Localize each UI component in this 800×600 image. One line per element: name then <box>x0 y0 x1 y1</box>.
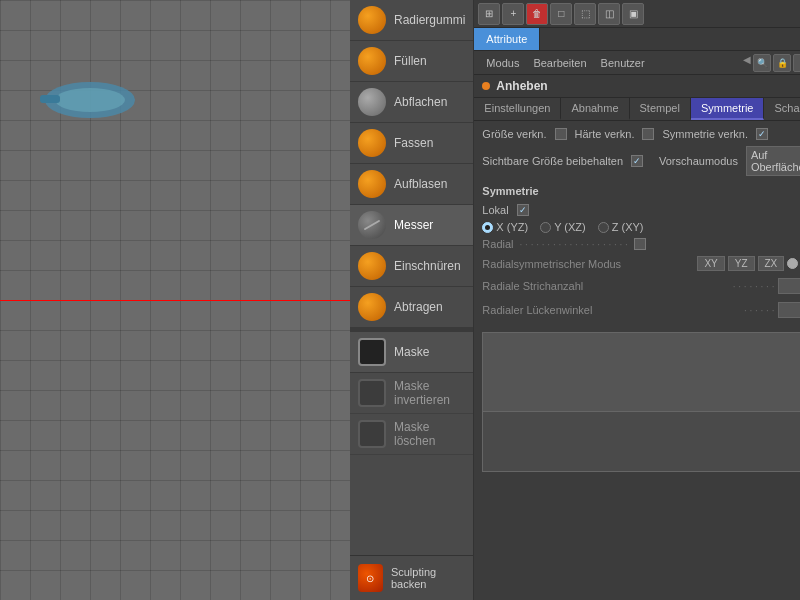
toolbar-btn-1[interactable]: ⊞ <box>478 3 500 25</box>
right-panel: Radiergummi Füllen Abflachen Fassen Aufb… <box>350 0 800 600</box>
radio-yxz-btn[interactable] <box>540 222 551 233</box>
radial-check[interactable] <box>634 238 646 250</box>
viewport-redline <box>0 300 350 301</box>
groesse-verkn-check[interactable] <box>555 128 567 140</box>
tab-abnahme[interactable]: Abnahme <box>561 98 629 120</box>
tool-sidebar: Radiergummi Füllen Abflachen Fassen Aufb… <box>350 0 474 600</box>
rm-dot: Punkt <box>787 258 800 270</box>
toolbar-btn-2[interactable]: + <box>502 3 524 25</box>
row-strichanzahl: Radiale Strichanzahl · · · · · · · · 2 ▲ <box>482 276 800 296</box>
tool-icon-radiergummi <box>358 6 386 34</box>
tab-symmetrie[interactable]: Symmetrie <box>691 98 765 120</box>
tool-icon-abflachen <box>358 88 386 116</box>
sub-menu-benutzer[interactable]: Benutzer <box>595 55 651 71</box>
row-verkn: Größe verkn. Härte verkn. Symmetrie verk… <box>482 127 800 141</box>
row-axes: X (YZ) Y (XZ) Z (XY) <box>482 221 800 233</box>
radio-xyz[interactable]: X (YZ) <box>482 221 528 233</box>
tool-label-aufblasen: Aufblasen <box>394 177 447 191</box>
haerte-verkn-check[interactable] <box>642 128 654 140</box>
sichtbare-groesse-check[interactable] <box>631 155 643 167</box>
top-toolbar: ⊞ + 🗑 □ ⬚ ◫ ▣ <box>474 0 800 28</box>
rm-btn-zx[interactable]: ZX <box>758 256 785 271</box>
rm-dot-radio[interactable] <box>787 258 798 269</box>
tool-maske[interactable]: Maske <box>350 332 473 373</box>
strichanzahl-label: Radiale Strichanzahl <box>482 280 728 292</box>
brush-name: Anheben <box>496 79 547 93</box>
tool-icon-messer <box>358 211 386 239</box>
tool-icon-fassen <box>358 129 386 157</box>
svg-rect-2 <box>40 95 60 103</box>
viewport <box>0 0 350 600</box>
haerte-verkn-label: Härte verkn. <box>575 128 635 140</box>
lokal-check[interactable] <box>517 204 529 216</box>
lueckenwinkel-stepper[interactable]: 0 ° ▲ <box>778 301 800 319</box>
vorschaumodus-dropdown[interactable]: Auf Oberfläche <box>746 146 800 176</box>
tool-fassen[interactable]: Fassen <box>350 123 473 164</box>
tool-bottom: ⊙ Sculpting backen <box>350 555 473 600</box>
symmetrie-verkn-check[interactable] <box>756 128 768 140</box>
tool-label-maske-inv: Maske invertieren <box>394 379 465 407</box>
tab-attribute[interactable]: Attribute <box>474 28 540 50</box>
tool-messer[interactable]: Messer <box>350 205 473 246</box>
sm-more-icon[interactable]: ≡ <box>793 54 800 72</box>
toolbar-btn-7[interactable]: ▣ <box>622 3 644 25</box>
preview-top <box>482 332 800 412</box>
radial-mode-btns: XY YZ ZX Punkt <box>697 256 800 271</box>
tool-label-abtragen: Abtragen <box>394 300 443 314</box>
lueckenwinkel-label: Radialer Lückenwinkel <box>482 304 740 316</box>
row-radial: Radial · · · · · · · · · · · · · · · · ·… <box>482 237 800 251</box>
tool-einschnueren[interactable]: Einschnüren <box>350 246 473 287</box>
radio-xyz-btn[interactable] <box>482 222 493 233</box>
radio-zxy[interactable]: Z (XY) <box>598 221 644 233</box>
tool-maske-loeschen[interactable]: Maske löschen <box>350 414 473 455</box>
rm-btn-xy[interactable]: XY <box>697 256 724 271</box>
tab-einstellungen[interactable]: Einstellungen <box>474 98 561 120</box>
groesse-verkn-label: Größe verkn. <box>482 128 546 140</box>
preview-bottom <box>482 412 800 472</box>
toolbar-btn-4[interactable]: □ <box>550 3 572 25</box>
sub-menu-bearbeiten[interactable]: Bearbeiten <box>527 55 592 71</box>
radialsym-label: Radialsymmetrischer Modus <box>482 258 693 270</box>
symmetrie-verkn-label: Symmetrie verkn. <box>662 128 748 140</box>
tool-abtragen[interactable]: Abtragen <box>350 287 473 328</box>
sculpting-backen-button[interactable]: ⊙ Sculpting backen <box>350 555 473 600</box>
vorschaumodus-label: Vorschaumodus <box>659 155 738 167</box>
toolbar-btn-3[interactable]: 🗑 <box>526 3 548 25</box>
attributes-panel: ⊞ + 🗑 □ ⬚ ◫ ▣ Attribute Modus Bearbeiten… <box>474 0 800 600</box>
lueckenwinkel-input[interactable]: 0 ° <box>778 302 800 318</box>
tool-icon-maske-inv <box>358 379 386 407</box>
tool-icon-fuellen <box>358 47 386 75</box>
tool-radiergummi[interactable]: Radiergummi <box>350 0 473 41</box>
tool-fuellen[interactable]: Füllen <box>350 41 473 82</box>
vorschaumodus-value: Auf Oberfläche <box>751 149 800 173</box>
sub-menu-modus[interactable]: Modus <box>480 55 525 71</box>
tool-label-abflachen: Abflachen <box>394 95 447 109</box>
sub-menu-icons: ◀ 🔍 🔒 ≡ ✕ <box>743 54 800 72</box>
tool-label-fassen: Fassen <box>394 136 433 150</box>
tool-label-radiergummi: Radiergummi <box>394 13 465 27</box>
radio-zxy-btn[interactable] <box>598 222 609 233</box>
brush-dot <box>482 82 490 90</box>
tool-icon-einschnueren <box>358 252 386 280</box>
toolbar-btn-5[interactable]: ⬚ <box>574 3 596 25</box>
tool-abflachen[interactable]: Abflachen <box>350 82 473 123</box>
tool-aufblasen[interactable]: Aufblasen <box>350 164 473 205</box>
tab-bar: Attribute <box>474 28 800 51</box>
row-lueckenwinkel: Radialer Lückenwinkel · · · · · · 0 ° ▲ <box>482 300 800 320</box>
rm-btn-yz[interactable]: YZ <box>728 256 755 271</box>
sub-menu-arrow[interactable]: ◀ <box>743 54 751 72</box>
strichanzahl-stepper[interactable]: 2 ▲ <box>778 277 800 295</box>
settings-content: Größe verkn. Härte verkn. Symmetrie verk… <box>474 121 800 326</box>
sm-lock-icon[interactable]: 🔒 <box>773 54 791 72</box>
tab-schablone[interactable]: Schablone <box>764 98 800 120</box>
radio-yxz[interactable]: Y (XZ) <box>540 221 586 233</box>
tool-maske-invertieren[interactable]: Maske invertieren <box>350 373 473 414</box>
sm-search-icon[interactable]: 🔍 <box>753 54 771 72</box>
toolbar-btn-6[interactable]: ◫ <box>598 3 620 25</box>
x-yz-label: X (YZ) <box>496 221 528 233</box>
strichanzahl-input[interactable]: 2 <box>778 278 800 294</box>
tab-stempel[interactable]: Stempel <box>630 98 691 120</box>
y-xz-label: Y (XZ) <box>554 221 586 233</box>
tool-icon-maske <box>358 338 386 366</box>
tool-label-maske: Maske <box>394 345 429 359</box>
